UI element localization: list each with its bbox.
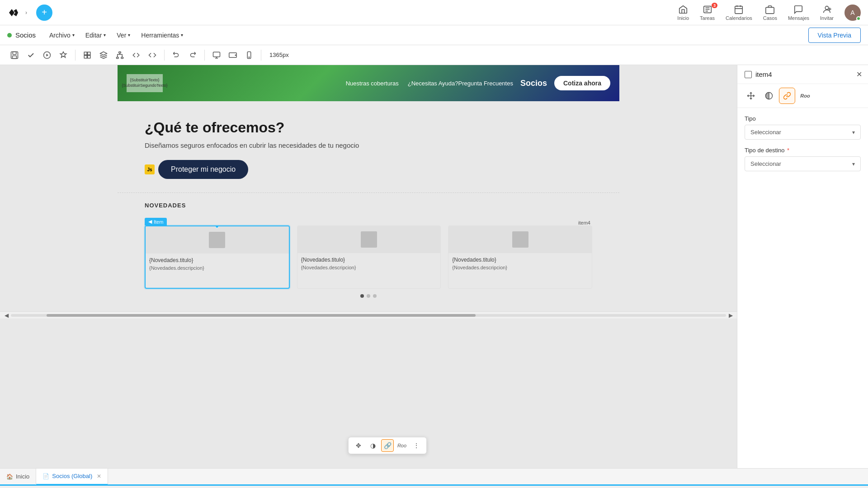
nav-inicio-label: Inicio xyxy=(677,15,689,21)
redo-button[interactable] xyxy=(185,48,200,62)
element-toolbar: ✥ ◑ 🔗 Roo ⋮ xyxy=(348,437,427,454)
cotiza-button[interactable]: Cotiza ahora xyxy=(554,76,610,90)
panel-tab-style[interactable] xyxy=(761,88,777,104)
tab-inicio[interactable]: 🏠 Inicio xyxy=(0,469,36,485)
menu-herramientas[interactable]: Herramientas ▾ xyxy=(137,30,188,41)
carousel-dot-2[interactable] xyxy=(367,294,370,298)
bottom-area: 🏠 Inicio 📄 Socios (Global) ✕ xyxy=(0,468,868,486)
preview-button[interactable]: Vista Previa xyxy=(808,28,861,43)
element-responsive-btn[interactable]: Roo xyxy=(396,439,408,452)
scroll-left-arrow[interactable]: ◀ xyxy=(2,311,11,320)
nav-calendarios[interactable]: Calendarios xyxy=(726,5,752,21)
logo xyxy=(7,6,20,19)
panel-checkbox[interactable] xyxy=(745,71,752,78)
panel-close-button[interactable]: ✕ xyxy=(854,69,864,80)
play-button[interactable] xyxy=(40,48,54,62)
nav-invitar-label: Invitar xyxy=(820,15,834,21)
carousel-dot-1[interactable] xyxy=(360,294,364,298)
canvas-width-value: 1365px xyxy=(266,52,292,58)
svg-rect-15 xyxy=(213,52,220,57)
menu-archivo[interactable]: Archivo ▾ xyxy=(45,30,79,41)
toolbar-separator-1 xyxy=(75,50,75,61)
nav-casos-label: Casos xyxy=(763,15,777,21)
canvas-scroll[interactable]: {SubstituirTexto} {SubstituirSegundoText… xyxy=(0,65,737,468)
grid-button[interactable] xyxy=(80,48,94,62)
element-style-btn[interactable]: ◑ xyxy=(367,439,379,452)
top-navigation: › + Inicio 3 Tareas Calendarios xyxy=(0,0,868,25)
section-subtitle: Diseñamos seguros enfocados en cubrir la… xyxy=(145,141,592,149)
tab-close-button[interactable]: ✕ xyxy=(97,473,101,479)
header-link-ayuda: ¿Necesitas Ayuda?Pregunta Frecuentes xyxy=(408,80,513,87)
element-more-btn[interactable]: ⋮ xyxy=(410,439,423,452)
card-1-desc: {Novedades.descripcion} xyxy=(149,265,285,271)
card-image-placeholder xyxy=(361,231,377,248)
add-button[interactable]: + xyxy=(36,5,52,21)
carousel-dot-3[interactable] xyxy=(373,294,377,298)
chevron-down-icon: ▾ xyxy=(852,129,855,136)
card-2-title: {Novedades.titulo} xyxy=(301,257,437,263)
check-button[interactable] xyxy=(24,48,38,62)
nav-mensajes[interactable]: Mensajes xyxy=(788,5,809,21)
news-card-2[interactable]: {Novedades.titulo} {Novedades.descripcio… xyxy=(297,225,441,289)
nav-tareas-label: Tareas xyxy=(700,15,715,21)
mobile-view-button[interactable] xyxy=(242,48,256,62)
nav-calendarios-label: Calendarios xyxy=(726,15,752,21)
tareas-badge: 3 xyxy=(712,3,717,8)
card-1-body: {Novedades.titulo} {Novedades.descripcio… xyxy=(146,253,289,274)
tipo-destino-select[interactable]: Seleccionar ▾ xyxy=(745,156,861,171)
publish-button[interactable] xyxy=(56,48,71,62)
card-3-desc: {Novedades.descripcion} xyxy=(452,265,588,270)
element-move-btn[interactable]: ✥ xyxy=(352,439,365,452)
svg-rect-13 xyxy=(117,57,119,58)
card-1-image xyxy=(146,226,289,253)
svg-rect-12 xyxy=(119,52,121,53)
header-site-name: Socios xyxy=(520,79,547,88)
card-2-body: {Novedades.titulo} {Novedades.descripcio… xyxy=(297,253,441,274)
svg-rect-6 xyxy=(13,56,17,58)
nav-invitar[interactable]: Invitar xyxy=(820,5,834,21)
scroll-right-arrow[interactable]: ▶ xyxy=(726,311,735,320)
scroll-track[interactable] xyxy=(11,314,726,317)
menu-editar[interactable]: Editar ▾ xyxy=(81,30,111,41)
menu-ver[interactable]: Ver ▾ xyxy=(112,30,135,41)
news-card-3[interactable]: {Novedades.titulo} {Novedades.descripcio… xyxy=(448,225,592,289)
code-button[interactable] xyxy=(129,48,143,62)
card-3-image xyxy=(448,226,592,253)
site-name: Socios xyxy=(15,31,36,39)
desktop-view-button[interactable] xyxy=(209,48,224,62)
tipo-select[interactable]: Seleccionar ▾ xyxy=(745,125,861,140)
toolbar-separator-2 xyxy=(164,50,165,61)
panel-tab-responsive[interactable]: Roo xyxy=(797,88,813,104)
js-badge: Js xyxy=(145,164,155,174)
horizontal-scrollbar[interactable]: ◀ ▶ xyxy=(0,311,737,319)
chevron-down-icon: ▾ xyxy=(128,33,130,38)
nav-tareas[interactable]: 3 Tareas xyxy=(700,5,715,21)
canvas-area: {SubstituirTexto} {SubstituirSegundoText… xyxy=(0,65,737,468)
user-avatar[interactable]: A xyxy=(844,5,861,21)
news-card-1[interactable]: {Novedades.titulo} {Novedades.descripcio… xyxy=(145,225,290,289)
nav-casos[interactable]: Casos xyxy=(763,5,777,21)
svg-rect-11 xyxy=(88,55,90,58)
save-button[interactable] xyxy=(7,48,22,62)
tablet-landscape-button[interactable] xyxy=(226,48,240,62)
panel-tab-move[interactable] xyxy=(743,88,759,104)
protect-button[interactable]: Proteger mi negocio xyxy=(158,160,248,179)
svg-rect-5 xyxy=(13,52,16,54)
novedades-cards-row: {Novedades.titulo} {Novedades.descripcio… xyxy=(145,225,592,289)
undo-button[interactable] xyxy=(169,48,184,62)
sitemap-button[interactable] xyxy=(113,48,127,62)
site-online-indicator xyxy=(7,33,12,38)
nav-inicio[interactable]: Inicio xyxy=(677,5,689,21)
svg-point-19 xyxy=(249,56,250,57)
layers-button[interactable] xyxy=(96,48,111,62)
element-link-btn[interactable]: 🔗 xyxy=(381,439,394,452)
panel-header: item4 xyxy=(737,65,868,84)
svg-rect-2 xyxy=(766,7,774,14)
panel-tab-link[interactable] xyxy=(779,88,795,104)
toolbar-separator-4 xyxy=(261,50,261,61)
code-editor-button[interactable] xyxy=(145,48,160,62)
tab-socios[interactable]: 📄 Socios (Global) ✕ xyxy=(36,469,108,485)
svg-rect-9 xyxy=(88,52,90,55)
svg-rect-8 xyxy=(84,52,87,55)
card-2-image xyxy=(297,226,441,253)
